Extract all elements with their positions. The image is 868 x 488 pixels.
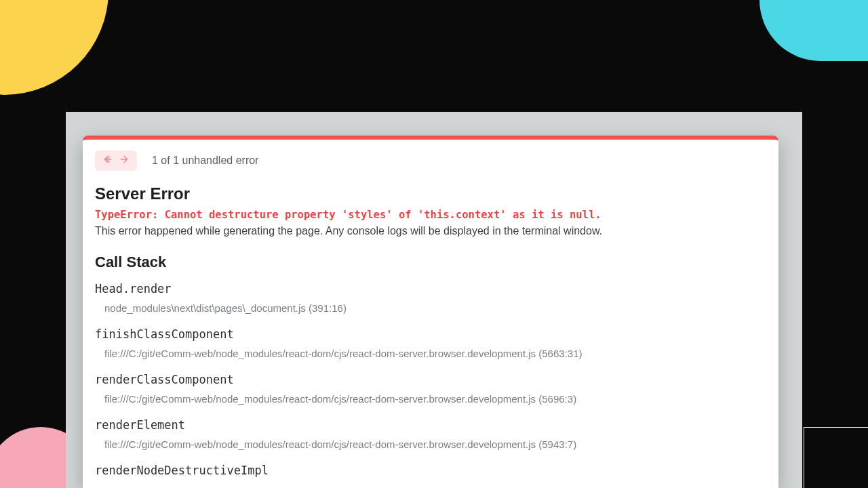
error-description: This error happened while generating the… xyxy=(95,225,766,237)
decorative-outline-box xyxy=(804,427,868,488)
stack-frame-location: file:///C:/git/eComm-web/node_modules/re… xyxy=(95,393,766,405)
arrow-right-icon xyxy=(119,154,130,167)
decorative-yellow-shape xyxy=(0,0,108,95)
error-dialog: 1 of 1 unhandled error Server Error Type… xyxy=(83,136,778,488)
error-title: Server Error xyxy=(95,184,766,203)
callstack-heading: Call Stack xyxy=(95,253,766,271)
stack-frame-function: finishClassComponent xyxy=(95,327,766,341)
stack-frame-location: node_modules\next\dist\pages\_document.j… xyxy=(95,302,766,314)
stack-frame: finishClassComponent file:///C:/git/eCom… xyxy=(95,327,766,359)
stack-frame-function: renderElement xyxy=(95,418,766,432)
error-counter: 1 of 1 unhandled error xyxy=(152,155,258,167)
stack-frame-function: renderNodeDestructiveImpl xyxy=(95,464,766,477)
stack-frame: renderElement file:///C:/git/eComm-web/n… xyxy=(95,418,766,450)
error-nav-buttons xyxy=(95,150,137,171)
next-error-button[interactable] xyxy=(118,155,130,167)
stack-frame-location: file:///C:/git/eComm-web/node_modules/re… xyxy=(95,439,766,450)
decorative-cyan-shape xyxy=(760,0,868,61)
stack-frame-function: renderClassComponent xyxy=(95,373,766,386)
prev-error-button[interactable] xyxy=(102,155,114,167)
stack-frame: Head.render node_modules\next\dist\pages… xyxy=(95,282,766,314)
stack-frame-location: file:///C:/git/eComm-web/node_modules/re… xyxy=(95,348,766,359)
error-nav-row: 1 of 1 unhandled error xyxy=(95,150,766,171)
stack-frame: renderNodeDestructiveImpl xyxy=(95,464,766,477)
stack-frame-function: Head.render xyxy=(95,282,766,296)
stack-frame: renderClassComponent file:///C:/git/eCom… xyxy=(95,373,766,405)
error-message: TypeError: Cannot destructure property '… xyxy=(95,209,766,221)
arrow-left-icon xyxy=(102,154,113,167)
